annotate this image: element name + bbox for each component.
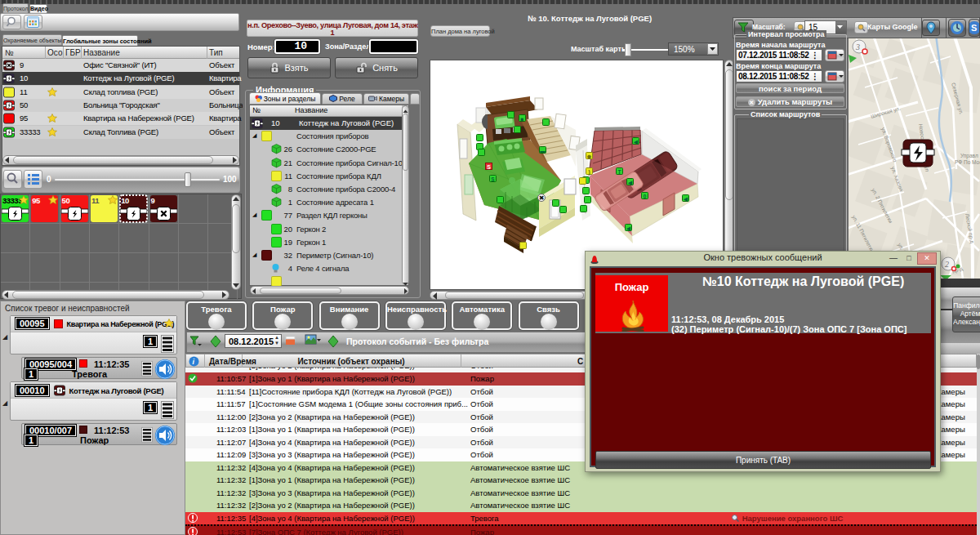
svg-text:Управл: Управл bbox=[960, 153, 978, 159]
svg-text:2: 2 bbox=[945, 260, 949, 269]
svg-text:3: 3 bbox=[855, 42, 860, 51]
svg-text:S: S bbox=[971, 23, 977, 33]
svg-text:РФ По Мос: РФ По Мос bbox=[955, 159, 980, 165]
